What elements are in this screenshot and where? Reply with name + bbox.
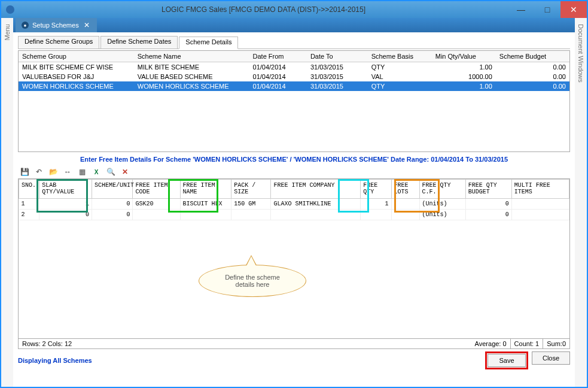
fit-icon[interactable]: ↔: [62, 166, 73, 177]
tab-define-scheme-groups[interactable]: Define Scheme Groups: [18, 36, 99, 48]
status-average: Average: 0: [471, 339, 510, 348]
table-row[interactable]: 110GSK20BISCUIT HLX150 GMGLAXO SMITHKLIN…: [19, 199, 569, 210]
doc-tab-setup-schemes[interactable]: ● Setup Schemes ✕: [16, 18, 97, 32]
find-icon[interactable]: 🔍: [105, 166, 116, 177]
doc-tab-label: Setup Schemes: [32, 22, 79, 29]
tab-define-scheme-dates[interactable]: Define Scheme Dates: [100, 36, 178, 48]
maximize-button[interactable]: □: [534, 1, 560, 18]
doc-tab-close-icon[interactable]: ✕: [83, 21, 91, 29]
displaying-label: Displaying All Schemes: [18, 357, 92, 364]
undo-icon[interactable]: ↶: [33, 166, 44, 177]
doc-tab-icon: ●: [22, 22, 29, 29]
table-row[interactable]: VALUEBASED FOR J&JVALUE BASED SCHEME01/0…: [19, 72, 569, 81]
status-count: Count: 1: [510, 339, 543, 348]
save-button[interactable]: Save: [488, 354, 526, 367]
delete-icon[interactable]: ✕: [120, 166, 130, 177]
window-title: LOGIC FMCG Sales [FMCG DEMO DATA (DIST)-…: [19, 5, 508, 14]
save-icon[interactable]: 💾: [19, 166, 30, 177]
titlebar: LOGIC FMCG Sales [FMCG DEMO DATA (DIST)-…: [1, 1, 587, 18]
close-button[interactable]: Close: [532, 351, 570, 365]
details-grid[interactable]: SNO.SLAB QTY/VALUESCHEME/UNITFREE ITEM C…: [18, 178, 570, 339]
excel-icon[interactable]: X: [91, 166, 102, 177]
grid-icon[interactable]: ▦: [77, 166, 87, 177]
scheme-grid-header: Scheme GroupScheme NameDate FromDate ToS…: [19, 51, 569, 62]
minimize-button[interactable]: —: [508, 1, 534, 18]
callout-text: Define the scheme details here: [199, 265, 306, 297]
window-controls: — □ ✕: [508, 1, 587, 18]
app-icon: [6, 5, 14, 14]
table-row[interactable]: 200(Units)0: [19, 210, 569, 220]
close-button[interactable]: ✕: [560, 1, 587, 18]
details-grid-header: SNO.SLAB QTY/VALUESCHEME/UNITFREE ITEM C…: [19, 180, 569, 199]
sub-tabs: Define Scheme Groups Define Scheme Dates…: [18, 36, 570, 49]
scheme-grid[interactable]: Scheme GroupScheme NameDate FromDate ToS…: [18, 50, 570, 152]
left-panel-tab[interactable]: Menu: [1, 18, 13, 387]
status-rows-cols: Rows: 2 Cols: 12: [19, 339, 75, 348]
instruction-text: Enter Free Item Details For Scheme 'WOME…: [18, 152, 570, 165]
tab-scheme-details[interactable]: Scheme Details: [179, 37, 238, 49]
grid-toolbar: 💾 ↶ 📂 ↔ ▦ X 🔍 ✕: [18, 165, 570, 178]
open-icon[interactable]: 📂: [48, 166, 59, 177]
save-highlight: Save: [485, 351, 528, 369]
document-tabs: ● Setup Schemes ✕: [13, 18, 575, 32]
table-row[interactable]: MILK BITE SCHEME CF WISEMILK BITE SCHEME…: [19, 62, 569, 72]
table-row[interactable]: WOMEN HORLICKS SCHEMEWOMEN HORLICKS SCHE…: [19, 81, 569, 91]
right-panel-tab[interactable]: Document Windows: [575, 18, 587, 387]
status-bar: Rows: 2 Cols: 12 Average: 0 Count: 1 Sum…: [18, 339, 570, 349]
callout: Define the scheme details here: [199, 265, 306, 297]
status-sum: Sum:0: [543, 339, 569, 348]
